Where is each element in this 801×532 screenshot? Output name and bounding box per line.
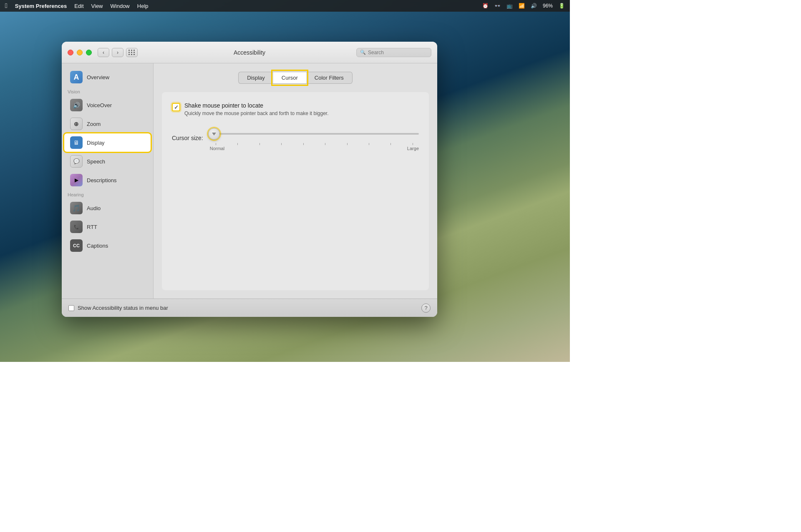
title-bar: ‹ › Accessibility 🔍 <box>62 42 437 63</box>
slider-area[interactable] <box>210 125 419 142</box>
slider-thumb-indicator <box>212 133 216 136</box>
cursor-size-label: Cursor size: <box>172 135 203 141</box>
shake-mouse-label: Shake mouse pointer to locate <box>184 102 329 109</box>
sidebar-item-rtt[interactable]: 📞 RTT <box>64 218 151 236</box>
zoom-icon: ⊕ <box>70 118 83 130</box>
window-title: Accessibility <box>234 49 265 56</box>
sidebar-label-audio: Audio <box>87 205 101 211</box>
sidebar-label-display: Display <box>87 140 105 146</box>
sidebar-item-audio[interactable]: 🎵 Audio <box>64 199 151 217</box>
battery-icon: 🔋 <box>559 3 565 9</box>
section-hearing-label: Hearing <box>62 190 153 198</box>
slider-ticks <box>210 143 419 145</box>
sound-icon[interactable]: 🔊 <box>531 3 537 9</box>
sidebar-item-display[interactable]: 🖥 Display <box>64 133 151 152</box>
rtt-icon: 📞 <box>70 221 83 233</box>
edit-menu[interactable]: Edit <box>74 3 83 9</box>
shake-mouse-text: Shake mouse pointer to locate Quickly mo… <box>184 102 329 117</box>
grid-view-button[interactable] <box>126 48 138 57</box>
help-menu[interactable]: Help <box>137 3 149 9</box>
airplay-icon[interactable]: 📺 <box>506 3 513 9</box>
view-menu[interactable]: View <box>91 3 103 9</box>
sidebar-label-speech: Speech <box>87 158 105 165</box>
forward-button[interactable]: › <box>112 48 123 57</box>
back-button[interactable]: ‹ <box>98 48 109 57</box>
search-bar[interactable]: 🔍 <box>356 48 431 57</box>
shake-mouse-row: ✓ Shake mouse pointer to locate Quickly … <box>172 102 419 117</box>
sidebar-label-captions: Captions <box>87 243 108 249</box>
shake-mouse-checkbox[interactable]: ✓ <box>172 103 180 111</box>
sidebar-item-captions[interactable]: CC Captions <box>64 236 151 255</box>
tab-cursor[interactable]: Cursor <box>273 72 306 84</box>
captions-icon: CC <box>70 239 83 252</box>
slider-thumb[interactable] <box>208 128 220 140</box>
sidebar-label-rtt: RTT <box>87 224 97 230</box>
descriptions-icon: ▶ <box>70 174 83 186</box>
search-icon: 🔍 <box>360 50 366 55</box>
slider-min-label: Normal <box>210 146 224 151</box>
tabs-container: Display Cursor Color Filters <box>162 72 429 84</box>
time-machine-icon[interactable]: ⏰ <box>482 3 489 9</box>
sidebar-item-voiceover[interactable]: 🔊 VoiceOver <box>64 96 151 114</box>
slider-labels: Normal Large <box>210 146 419 151</box>
shake-mouse-desc: Quickly move the mouse pointer back and … <box>184 110 329 117</box>
slider-max-label: Large <box>407 146 419 151</box>
glasses-icon[interactable]: 👓 <box>494 3 501 9</box>
menu-bar:  System Preferences Edit View Window He… <box>0 0 570 12</box>
apple-menu[interactable]:  <box>5 2 8 10</box>
system-prefs-menu[interactable]: System Preferences <box>15 3 67 9</box>
traffic-lights <box>68 50 92 55</box>
section-vision-label: Vision <box>62 87 153 95</box>
speech-icon: 💬 <box>70 155 83 168</box>
wifi-icon[interactable]: 📶 <box>519 3 525 9</box>
sidebar-label-zoom: Zoom <box>87 121 101 127</box>
close-button[interactable] <box>68 50 73 55</box>
sidebar-item-descriptions[interactable]: ▶ Descriptions <box>64 171 151 189</box>
sidebar-label-descriptions: Descriptions <box>87 177 117 183</box>
audio-icon: 🎵 <box>70 202 83 214</box>
checkmark-icon: ✓ <box>174 104 179 110</box>
window-body: A Overview Vision 🔊 VoiceOver ⊕ Zoom 🖥 D… <box>62 63 437 299</box>
display-icon: 🖥 <box>70 136 83 149</box>
overview-icon: A <box>70 71 83 83</box>
window-menu[interactable]: Window <box>111 3 130 9</box>
maximize-button[interactable] <box>86 50 92 55</box>
show-accessibility-label: Show Accessibility status in menu bar <box>78 305 168 311</box>
cursor-size-slider-container: Normal Large <box>210 125 419 151</box>
minimize-button[interactable] <box>77 50 83 55</box>
main-content: Display Cursor Color Filters ✓ Shake mou… <box>154 63 437 299</box>
sidebar-label-overview: Overview <box>87 74 109 80</box>
sidebar-item-zoom[interactable]: ⊕ Zoom <box>64 115 151 133</box>
sidebar-label-voiceover: VoiceOver <box>87 102 112 108</box>
search-input[interactable] <box>368 50 426 55</box>
show-accessibility-checkbox[interactable] <box>68 305 74 311</box>
battery-percentage: 96% <box>543 3 553 9</box>
sidebar-item-overview[interactable]: A Overview <box>64 68 151 86</box>
slider-track <box>210 133 419 135</box>
sidebar-item-speech[interactable]: 💬 Speech <box>64 152 151 171</box>
help-button[interactable]: ? <box>421 304 431 313</box>
show-accessibility-row[interactable]: Show Accessibility status in menu bar <box>68 305 168 311</box>
tab-display[interactable]: Display <box>238 72 273 84</box>
cursor-size-row: Cursor size: <box>172 125 419 151</box>
tab-color-filters[interactable]: Color Filters <box>306 72 353 84</box>
accessibility-window: ‹ › Accessibility 🔍 A Overview Vis <box>62 42 437 317</box>
voiceover-icon: 🔊 <box>70 99 83 111</box>
bottom-bar: Show Accessibility status in menu bar ? <box>62 299 437 317</box>
content-panel: ✓ Shake mouse pointer to locate Quickly … <box>162 92 429 290</box>
nav-buttons: ‹ › <box>98 48 123 57</box>
sidebar: A Overview Vision 🔊 VoiceOver ⊕ Zoom 🖥 D… <box>62 63 154 299</box>
